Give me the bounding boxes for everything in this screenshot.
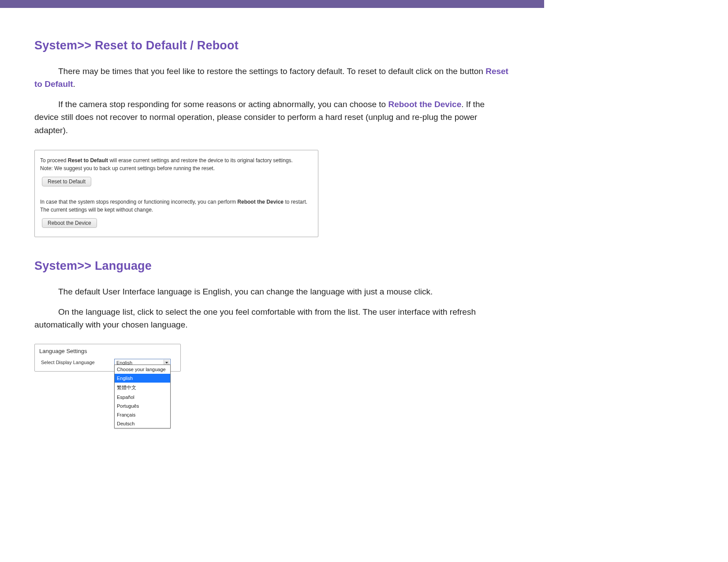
reboot-description: In case that the system stops responding… (40, 198, 313, 214)
text: To proceed (40, 157, 68, 164)
language-option[interactable]: Español (115, 393, 170, 402)
paragraph-lang-2: On the language list, click to select th… (34, 305, 510, 331)
paragraph-reset-2: If the camera stop responding for some r… (34, 98, 510, 137)
document-page: System>> Reset to Default / Reboot There… (0, 39, 544, 562)
reset-note: Note: We suggest you to back up current … (40, 164, 313, 172)
select-language-label: Select Display Language (39, 359, 114, 365)
text-bold: Reboot the Device (237, 199, 284, 205)
text-bold: Reset to Default (68, 157, 108, 164)
paragraph-lang-1: The default User Interface language is E… (34, 285, 510, 298)
language-settings-title: Language Settings (39, 348, 176, 354)
reset-to-default-button[interactable]: Reset to Default (42, 177, 91, 186)
text: If the camera stop responding for some r… (58, 100, 388, 109)
heading-reset: System>> Reset to Default / Reboot (34, 39, 510, 52)
reboot-device-button[interactable]: Reboot the Device (42, 218, 97, 228)
text: . (73, 79, 75, 89)
language-option[interactable]: Choose your language (115, 365, 170, 374)
language-settings-panel: Language Settings Select Display Languag… (34, 344, 181, 372)
paragraph-reset-1: There may be times that you feel like to… (34, 65, 510, 91)
language-option[interactable]: Português (115, 402, 170, 410)
language-dropdown: Choose your languageEnglish繁體中文EspañolPo… (114, 365, 171, 428)
text: In case that the system stops responding… (40, 199, 237, 205)
reset-reboot-panel: To proceed Reset to Default will erase c… (34, 150, 318, 237)
text: will erase current settings and restore … (108, 157, 293, 164)
language-option[interactable]: 繁體中文 (115, 383, 170, 393)
language-option[interactable]: Deutsch (115, 419, 170, 428)
top-accent-bar (0, 0, 544, 8)
text: There may be times that you feel like to… (58, 67, 485, 76)
inline-action-reboot-device: Reboot the Device (388, 100, 461, 109)
language-option[interactable]: English (115, 374, 170, 383)
heading-language: System>> Language (34, 259, 510, 273)
language-option[interactable]: Français (115, 410, 170, 419)
reset-description: To proceed Reset to Default will erase c… (40, 156, 313, 164)
